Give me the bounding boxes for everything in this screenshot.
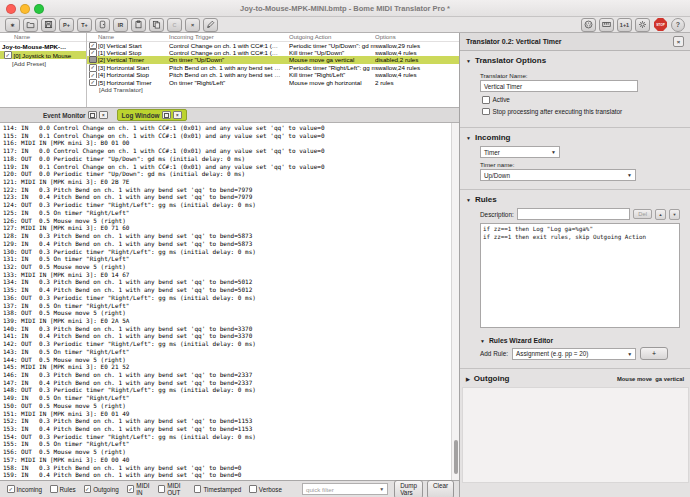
add-rule-select[interactable]: Assignment (e.g. pp = 20) ▼: [512, 348, 636, 360]
midi-ports-button[interactable]: [581, 18, 596, 32]
virtual-keyboard-button[interactable]: [599, 18, 614, 32]
filter-checkbox[interactable]: [158, 485, 166, 493]
filter-checkbox[interactable]: [127, 485, 135, 493]
log-lines: 114: IN 0.0 Control Change on ch. 1 with…: [0, 123, 459, 480]
stop-processing-checkbox[interactable]: [482, 108, 490, 116]
preset-item[interactable]: [0] Joystick to Mouse: [0, 51, 86, 59]
translator-plus-icon: T+: [81, 22, 88, 28]
section-translator-options[interactable]: ▼ Translator Options: [460, 51, 690, 67]
tab-event-monitor[interactable]: Event Monitor ×: [38, 109, 113, 122]
translator-checkbox[interactable]: [89, 71, 97, 78]
preset-tree: Name Joy-to-Mouse-MPK-… [0] Joystick to …: [0, 33, 87, 107]
edit-button[interactable]: [203, 18, 218, 32]
incoming-type-select[interactable]: Timer ▼: [480, 146, 560, 158]
log-scrollbar[interactable]: [451, 123, 459, 480]
filter-timestamped[interactable]: Timestamped: [192, 485, 241, 493]
copy-icon: C: [173, 22, 177, 28]
traffic-lights: [6, 4, 44, 14]
quick-filter-input[interactable]: quick filter ▼: [302, 483, 388, 495]
add-rule-button[interactable]: +: [640, 347, 668, 360]
help-button[interactable]: ?: [671, 18, 685, 32]
zoom-window-button[interactable]: [34, 4, 44, 14]
settings-button[interactable]: [635, 18, 650, 32]
translator-checkbox[interactable]: [89, 79, 97, 86]
open-project-button[interactable]: [23, 18, 38, 32]
close-window-button[interactable]: [6, 4, 16, 14]
translator-row[interactable]: [4] Horizontal Stop Pitch Bend on ch. 1 …: [87, 71, 459, 78]
translator-outgoing: Kill timer "Right/Left": [289, 71, 375, 78]
filter-label: MIDI OUT: [167, 482, 186, 496]
tab-log-window[interactable]: Log Window ×: [117, 109, 187, 122]
stop-processing-row[interactable]: Stop processing after executing this tra…: [480, 108, 680, 116]
midi-router-button[interactable]: 1+1: [617, 18, 632, 32]
description-input[interactable]: [517, 208, 631, 220]
add-preset-item[interactable]: [Add Preset]: [0, 59, 86, 67]
new-project-button[interactable]: ∗: [5, 18, 20, 32]
add-preset-button[interactable]: P+: [59, 18, 74, 32]
undock-tab-icon[interactable]: [162, 111, 171, 120]
open-preset-window-button[interactable]: [95, 18, 110, 32]
incoming-rules-button[interactable]: IR: [113, 18, 128, 32]
translator-incoming: Pitch Bend on ch. 1 with any bend set …: [169, 71, 289, 78]
delete-button[interactable]: ×: [185, 18, 200, 32]
filter-checkbox[interactable]: [194, 485, 202, 493]
translator-row[interactable]: [5] Horizontal Timer On timer "Right/Lef…: [87, 78, 459, 85]
translator-checkbox[interactable]: [89, 49, 97, 56]
filter-midi-in[interactable]: MIDI IN: [125, 482, 150, 496]
move-rule-down-button[interactable]: ▼: [669, 209, 680, 220]
save-project-button[interactable]: [41, 18, 56, 32]
dump-vars-button[interactable]: Dump Vars: [394, 480, 423, 497]
translator-outgoing: Mouse move gh horizontal: [289, 79, 375, 86]
close-tab-icon[interactable]: ×: [99, 111, 108, 120]
filter-checkbox[interactable]: [84, 485, 92, 493]
close-tab-icon[interactable]: ×: [173, 111, 182, 120]
translator-checkbox[interactable]: [89, 56, 97, 63]
copy-button[interactable]: C: [167, 18, 182, 32]
filter-rules[interactable]: Rules: [48, 485, 76, 493]
translator-options: 2 rules: [375, 79, 459, 86]
filter-incoming[interactable]: Incoming: [5, 485, 42, 493]
translator-row[interactable]: [3] Horizontal Start Pitch Bend on ch. 1…: [87, 64, 459, 71]
log-scrollbar-thumb[interactable]: [454, 440, 459, 474]
filter-verbose[interactable]: Verbose: [247, 485, 282, 493]
section-incoming[interactable]: ▼ Incoming: [460, 128, 690, 144]
active-checkbox[interactable]: [482, 96, 490, 104]
filter-checkbox[interactable]: [249, 485, 257, 493]
undock-tab-icon[interactable]: [88, 111, 97, 120]
translator-table-header: Name Incoming Trigger Outgoing Action Op…: [87, 33, 459, 42]
tab-label: Event Monitor: [43, 112, 86, 119]
stop-button[interactable]: STOP: [653, 18, 668, 32]
paste-button[interactable]: [131, 18, 146, 32]
add-translator-button[interactable]: T+: [77, 18, 92, 32]
filter-checkbox[interactable]: [7, 485, 15, 493]
close-inspector-button[interactable]: ×: [673, 36, 684, 47]
rules-wizard-header[interactable]: ▼ Rules Wizard Editor: [480, 337, 680, 344]
translator-checkbox[interactable]: [89, 42, 97, 49]
minimize-window-button[interactable]: [20, 4, 30, 14]
translator-checkbox[interactable]: [89, 64, 97, 71]
filter-outgoing[interactable]: Outgoing: [82, 485, 119, 493]
rules-editor[interactable]: if zz==1 then Log "Log ga=%ga%" if zz==1…: [480, 223, 680, 328]
delete-x-icon: ×: [191, 22, 194, 28]
filter-midi-out[interactable]: MIDI OUT: [156, 482, 186, 496]
translator-name-input[interactable]: Vertical Timer: [480, 80, 638, 92]
preset-checkbox[interactable]: [4, 51, 12, 59]
project-node[interactable]: Joy-to-Mouse-MPK-…: [0, 42, 86, 51]
add-translator-item[interactable]: [Add Translator]: [87, 86, 459, 94]
move-rule-up-button[interactable]: ▲: [655, 209, 666, 220]
section-outgoing[interactable]: ▶ Outgoing Mouse move ga vertical: [460, 369, 690, 385]
log-window[interactable]: 114: IN 0.0 Control Change on ch. 1 with…: [0, 123, 459, 480]
translator-row[interactable]: [1] Vertical Stop Control Change on ch. …: [87, 49, 459, 56]
translator-row[interactable]: [2] Vertical Timer On timer "Up/Down" Mo…: [87, 56, 459, 63]
timer-name-combo[interactable]: Up/Down ▼: [480, 169, 636, 181]
folder-icon: [26, 20, 35, 30]
clear-button[interactable]: Clear: [427, 480, 454, 497]
translator-table: Name Incoming Trigger Outgoing Action Op…: [87, 33, 459, 107]
delete-rule-button[interactable]: Del: [633, 209, 652, 219]
filter-checkbox[interactable]: [50, 485, 58, 493]
translator-row[interactable]: [0] Vertical Start Control Change on ch.…: [87, 42, 459, 49]
section-rules[interactable]: ▼ Rules: [460, 190, 690, 206]
duplicate-button[interactable]: [149, 18, 164, 32]
translator-outgoing: Periodic timer "Up/Down": gd ms (init…: [289, 42, 375, 49]
active-checkbox-row[interactable]: Active: [480, 96, 680, 104]
